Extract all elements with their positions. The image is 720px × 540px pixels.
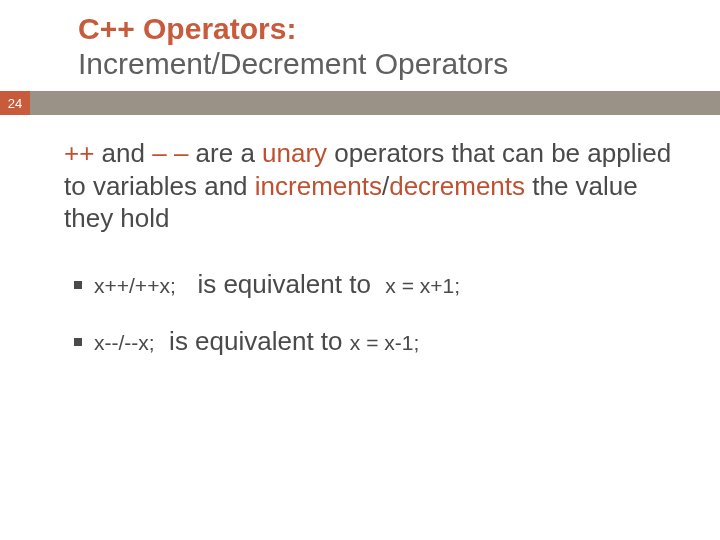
list-item: x--/--x; is equivalent to x = x-1; [74,326,672,357]
title-line-1: C++ Operators: [78,12,720,47]
code-fragment: x = x+1; [385,274,460,297]
slide-body: ++ and – – are a unary operators that ca… [0,115,720,357]
kw-unary: unary [262,138,327,168]
divider-bar: 24 [0,91,720,115]
divider-bar-fill [30,91,720,115]
txt: is equivalent to [169,326,342,356]
code-fragment: x--/--x; [94,331,155,354]
title-block: C++ Operators: Increment/Decrement Opera… [0,0,720,91]
kw-increments: increments [255,171,382,201]
txt: are a [188,138,262,168]
txt: is equivalent to [197,269,370,299]
main-paragraph: ++ and – – are a unary operators that ca… [64,137,672,235]
title-line-2: Increment/Decrement Operators [78,47,720,82]
page-number-tab: 24 [0,91,30,115]
kw-plusplus: ++ [64,138,94,168]
list-item: x++/++x; is equivalent to x = x+1; [74,269,672,300]
kw-minusminus: – – [152,138,188,168]
slide: C++ Operators: Increment/Decrement Opera… [0,0,720,540]
kw-decrements: decrements [389,171,525,201]
code-fragment: x++/++x; [94,274,176,297]
code-fragment: x = x-1; [350,331,419,354]
txt: and [94,138,152,168]
bullet-list: x++/++x; is equivalent to x = x+1; x--/-… [64,269,672,357]
